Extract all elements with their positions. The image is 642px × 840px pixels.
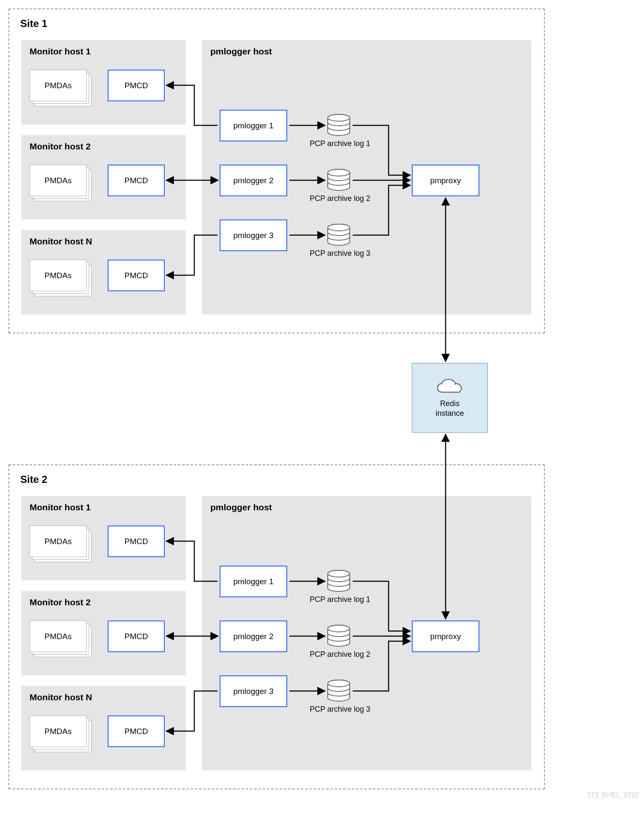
monitor-host-1-title: Monitor host 1 [30,46,91,57]
pmdas-node: PMDAs [30,526,87,557]
archive-label-1-2: PCP archive log 2 [304,194,376,203]
archive-label-1-1: PCP archive log 1 [304,139,376,148]
redis-instance-box: Redisinstance [412,363,488,433]
pmlogger-2-2: pmlogger 2 [220,621,287,652]
pmcd-node-2-2: PMCD [108,621,165,652]
pmdas-node: PMDAs [30,715,87,747]
archive-label-2-2: PCP archive log 2 [304,650,376,659]
pmcd-node-1-1: PMCD [108,70,165,101]
pmcd-node-1-2: PMCD [108,165,165,196]
monitor-host-n-title: Monitor host N [30,236,92,247]
svg-point-3 [328,169,350,176]
database-icon [326,570,351,592]
pmlogger-1-2: pmlogger 2 [220,165,287,196]
pmdas-node: PMDAs [30,260,87,291]
svg-point-5 [328,224,350,231]
database-icon [326,224,351,246]
monitor-host-1-title-s2: Monitor host 1 [30,502,91,512]
monitor-host-n-title-s2: Monitor host N [30,692,92,702]
database-icon [326,169,351,191]
site-1-title: Site 1 [20,18,47,30]
archive-label-2-1: PCP archive log 1 [304,595,376,604]
database-icon [326,680,351,702]
pmcd-node-1-n: PMCD [108,260,165,291]
pmlogger-2-3: pmlogger 3 [220,675,287,707]
svg-point-9 [328,625,350,632]
site-2-title: Site 2 [20,474,47,485]
pmdas-stack-1-n: PMDAs [30,260,87,291]
architecture-diagram: Site 1 Monitor host 1 PMDAs PMCD Monitor… [8,8,634,832]
svg-point-1 [328,114,350,121]
pmdas-stack-2-n: PMDAs [30,715,87,747]
pmlogger-1-1: pmlogger 1 [220,110,287,141]
pmproxy-2: pmproxy [412,621,479,652]
pmcd-node-2-1: PMCD [108,526,165,557]
cloud-icon [435,377,465,396]
pmdas-stack-1-2: PMDAs [30,165,87,196]
pmlogger-host-2-title: pmlogger host [210,502,272,512]
svg-point-7 [328,570,350,577]
pmdas-node: PMDAs [30,165,87,196]
pmdas-stack-2-2: PMDAs [30,621,87,652]
redis-label: Redisinstance [435,399,464,419]
monitor-host-2-title-s2: Monitor host 2 [30,597,91,607]
pmdas-stack-1-1: PMDAs [30,70,87,101]
pmdas-node: PMDAs [30,621,87,652]
database-icon [326,625,351,647]
archive-label-1-3: PCP archive log 3 [304,249,376,258]
database-icon [326,114,351,136]
pmlogger-host-1-title: pmlogger host [210,46,272,57]
svg-point-11 [328,680,350,687]
pmlogger-1-3: pmlogger 3 [220,219,287,251]
monitor-host-2-title: Monitor host 2 [30,141,91,152]
pmdas-stack-2-1: PMDAs [30,526,87,557]
pmlogger-2-1: pmlogger 1 [220,566,287,597]
pmcd-node-2-n: PMCD [108,715,165,747]
diagram-caption: 173_RHEL_0722 [587,791,639,799]
pmdas-node: PMDAs [30,70,87,101]
pmproxy-1: pmproxy [412,165,479,196]
archive-label-2-3: PCP archive log 3 [304,705,376,714]
